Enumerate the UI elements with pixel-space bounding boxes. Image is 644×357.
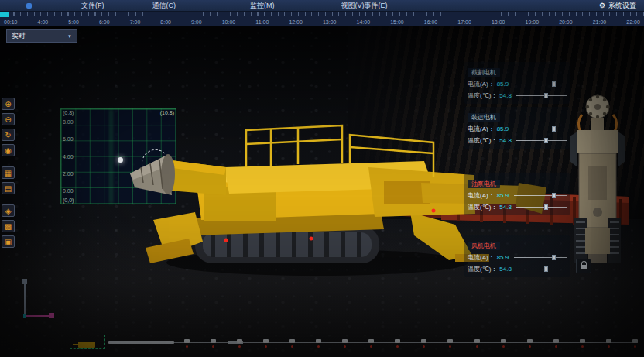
conveyor-segment[interactable] <box>474 339 480 343</box>
texture-button[interactable]: ▩ <box>2 220 15 232</box>
grid-toggle-button[interactable]: ▦ <box>2 166 15 179</box>
conveyor-segment[interactable] <box>553 339 559 343</box>
conveyor-segment[interactable] <box>527 339 533 343</box>
conveyor-segment[interactable] <box>368 339 374 343</box>
conveyor-segment[interactable] <box>580 339 585 343</box>
motor-temp-slider[interactable] <box>516 92 567 99</box>
slider-handle[interactable] <box>544 93 548 98</box>
menu-monitoring[interactable]: 监控(M) <box>250 0 275 11</box>
motor-row-label: 电流(A)： <box>468 125 495 133</box>
conveyor-segment[interactable] <box>606 339 611 343</box>
scene-3d-viewport[interactable]: (0,8) (10,8) (0,0) 8.00 6.00 4.00 2.00 0… <box>0 26 644 357</box>
rotate-view-button[interactable]: ↻ <box>2 129 15 141</box>
conveyor-segment[interactable] <box>501 339 506 343</box>
app-window: 文件(F) 通信(C) 监控(M) 视图(V) 事件(E) ⚙ 系统设置 00:… <box>0 0 644 357</box>
minimap-selection-box[interactable] <box>70 335 105 349</box>
timeline-tick: 18:00 <box>492 19 505 25</box>
radar-axis-labels: 8.00 6.00 4.00 2.00 0.00 <box>63 119 74 194</box>
motor-temp-row: 温度(℃)： 54.8 <box>468 135 567 146</box>
menu-communication[interactable]: 通信(C) <box>152 0 176 11</box>
motor-temp-slider[interactable] <box>516 266 567 273</box>
segment-status-dot <box>423 345 425 348</box>
view-lock-button[interactable] <box>576 259 591 273</box>
minimap-machine-icon <box>78 342 95 348</box>
menu-events[interactable]: 事件(E) <box>365 0 388 11</box>
view-toolbar: ⊕ ⊖ ↻ ◉ ▦ ▤ ◈ ▩ ▣ <box>2 98 15 248</box>
conveyor-segment[interactable] <box>237 339 242 343</box>
conveyor-segment[interactable] <box>395 339 400 343</box>
segment-status-dot <box>502 345 505 348</box>
motor-current-row: 电流(A)： 85.9 <box>468 123 567 135</box>
conveyor-segment[interactable] <box>289 339 295 343</box>
radar-axis-label: 8.00 <box>63 119 74 125</box>
conveyor-segment[interactable] <box>342 339 348 343</box>
motor-temp-slider[interactable] <box>516 137 567 144</box>
conveyor-segment[interactable] <box>421 339 426 343</box>
motor-name: 截割电机 <box>468 68 500 77</box>
timeline-tick: 22:00 <box>626 19 640 25</box>
mode-value: 实时 <box>12 31 26 41</box>
system-settings-button[interactable]: ⚙ 系统设置 <box>599 1 636 11</box>
zoom-out-button[interactable]: ⊖ <box>2 113 15 125</box>
segment-status-dot <box>317 345 320 348</box>
menu-file[interactable]: 文件(F) <box>81 0 104 11</box>
segment-status-dot <box>449 345 451 348</box>
zoom-in-button[interactable]: ⊕ <box>2 98 15 110</box>
slider-handle[interactable] <box>552 255 556 260</box>
slider-handle[interactable] <box>544 138 548 143</box>
timeline-tick: 6:00 <box>99 19 110 25</box>
motor-temp-row: 温度(℃)： 54.8 <box>468 90 567 101</box>
radar-corner-top-left: (0,8) <box>63 110 74 115</box>
mode-selector[interactable]: 实时 ▼ <box>6 29 77 43</box>
motor-row-label: 温度(℃)： <box>468 265 497 273</box>
timeline-tick: 17:00 <box>457 19 471 25</box>
slider-handle[interactable] <box>552 126 556 132</box>
conveyor-segment[interactable] <box>211 339 216 343</box>
layers-button[interactable]: ▤ <box>2 182 15 194</box>
conveyor-segment[interactable] <box>184 339 190 343</box>
motor-current-slider[interactable] <box>514 125 567 132</box>
conveyor-segment[interactable] <box>263 339 269 343</box>
machine-top-view-schematic[interactable] <box>568 88 627 268</box>
conveyor-segment[interactable] <box>632 339 638 343</box>
segment-status-dot <box>265 345 267 348</box>
motor-temp-slider[interactable] <box>516 204 567 211</box>
slider-handle[interactable] <box>552 81 556 87</box>
slider-handle[interactable] <box>552 193 556 198</box>
measure-button[interactable]: ◈ <box>2 204 15 217</box>
chevron-down-icon: ▼ <box>67 34 72 39</box>
minimap-bridge-bar <box>108 341 174 344</box>
snapshot-button[interactable]: ▣ <box>2 235 15 248</box>
menu-view[interactable]: 视图(V) <box>341 0 365 11</box>
radar-axis-label: 6.00 <box>63 136 74 142</box>
minimap-segments <box>184 339 638 343</box>
timeline-tick: 12:00 <box>289 19 303 25</box>
conveyor-segment[interactable] <box>316 339 321 343</box>
motor-row-value: 54.8 <box>499 92 514 99</box>
conveyor-minimap[interactable] <box>68 332 639 352</box>
motor-current-slider[interactable] <box>514 254 567 261</box>
motor-row-label: 电流(A)： <box>468 191 495 200</box>
lock-icon-body <box>581 265 587 269</box>
segment-status-dot <box>476 345 478 348</box>
timeline-ticks: 00:104:005:006:007:008:009:0010:0011:001… <box>0 19 644 25</box>
timeline-ruler[interactable]: 00:104:005:006:007:008:009:0010:0011:001… <box>0 11 644 26</box>
timeline-tick: 19:00 <box>526 19 540 25</box>
menu-bar: 文件(F) 通信(C) 监控(M) 视图(V) 事件(E) ⚙ 系统设置 <box>0 0 644 11</box>
motor-row-value: 85.9 <box>497 125 512 132</box>
motor-current-slider[interactable] <box>514 81 567 88</box>
focus-target-button[interactable]: ◉ <box>2 144 15 156</box>
cutting-head <box>130 154 175 195</box>
slider-handle[interactable] <box>544 204 548 210</box>
motor-current-row: 电流(A)： 85.9 <box>468 190 567 201</box>
motor-current-row: 电流(A)： 85.9 <box>468 252 567 263</box>
slider-handle[interactable] <box>544 266 548 272</box>
motor-current-slider[interactable] <box>514 192 567 199</box>
timeline-tick: 8:00 <box>160 19 171 25</box>
timeline-tick: 20:00 <box>559 19 573 25</box>
motor-panel-fan: 风机电机 电流(A)： 85.9 温度(℃)： 54.8 <box>464 235 570 277</box>
motor-name: 风机电机 <box>468 242 500 250</box>
motor-name: 装运电机 <box>468 113 500 122</box>
conveyor-segment[interactable] <box>447 339 453 343</box>
timeline-tick: 11:00 <box>255 19 269 25</box>
